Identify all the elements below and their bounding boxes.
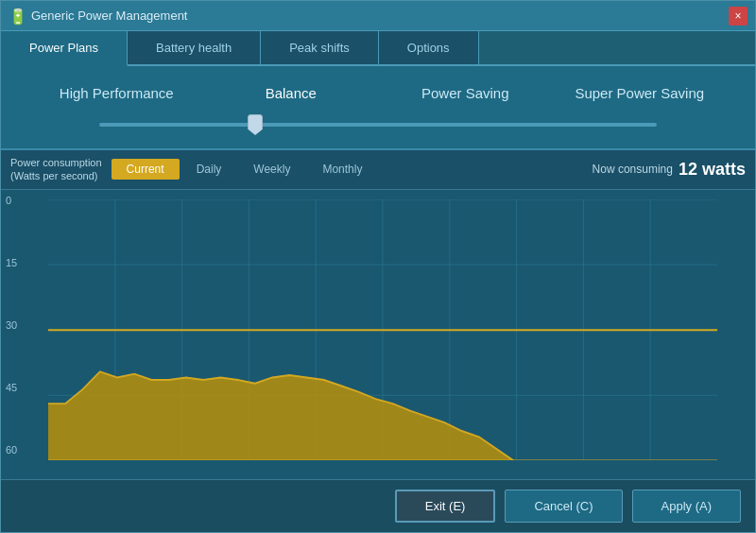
cancel-button[interactable]: Cancel (C) [505,490,622,523]
slider-track [99,123,657,127]
power-plans-panel: High Performance Balance Power Saving Su… [1,66,755,148]
tab-power-plans[interactable]: Power Plans [1,31,128,66]
monitoring-section: Power consumption (Watts per second) Cur… [1,148,755,479]
tab-peak-shifts[interactable]: Peak shifts [261,31,379,64]
chart-container [48,199,717,460]
plan-balance[interactable]: Balance [204,85,379,101]
apply-button[interactable]: Apply (A) [632,490,741,523]
content-area: High Performance Balance Power Saving Su… [1,66,755,479]
main-window: 🔋 Generic Power Management × Power Plans… [0,0,756,533]
close-button[interactable]: × [729,7,747,26]
plan-power-saving[interactable]: Power Saving [378,85,553,101]
power-consumption-label: Power consumption (Watts per second) [10,156,102,183]
power-plan-slider-container [29,111,727,139]
slider-thumb[interactable] [248,114,263,135]
watts-display: Now consuming 12 watts [593,160,746,180]
plan-super-power-saving[interactable]: Super Power Saving [553,85,728,101]
chart-area: 60 45 30 15 0 [1,190,755,479]
y-label-0: 0 [6,195,17,206]
plan-high-performance[interactable]: High Performance [29,85,204,101]
tab-bar: Power Plans Battery health Peak shifts O… [1,31,755,66]
exit-button[interactable]: Exit (E) [395,490,496,523]
y-label-45: 45 [6,382,17,393]
y-label-60: 60 [6,444,17,456]
time-tab-monthly[interactable]: Monthly [307,159,377,180]
time-tab-current[interactable]: Current [112,159,180,180]
y-axis-labels: 60 45 30 15 0 [6,190,17,460]
now-consuming-label: Now consuming [593,163,673,176]
tab-options[interactable]: Options [379,31,479,64]
title-bar: 🔋 Generic Power Management × [1,1,755,31]
window-title: Generic Power Management [31,9,187,23]
time-tab-daily[interactable]: Daily [181,159,237,180]
tab-battery-health[interactable]: Battery health [128,31,261,64]
time-tabs: Current Daily Weekly Monthly [112,159,378,180]
chart-svg [48,199,717,460]
y-label-15: 15 [6,257,17,268]
y-label-30: 30 [6,319,17,331]
app-icon: 🔋 [9,8,26,25]
footer: Exit (E) Cancel (C) Apply (A) [1,479,755,532]
plan-labels: High Performance Balance Power Saving Su… [29,85,727,101]
monitoring-header: Power consumption (Watts per second) Cur… [1,150,755,190]
watts-value: 12 watts [679,160,746,180]
time-tab-weekly[interactable]: Weekly [238,159,305,180]
